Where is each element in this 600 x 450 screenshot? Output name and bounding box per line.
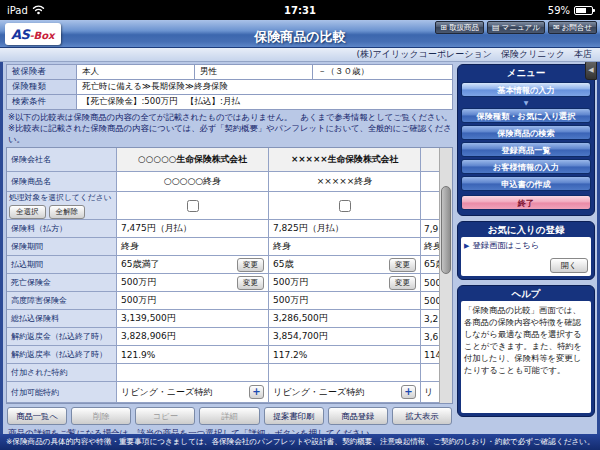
manual-button[interactable]: ▤ マニュアル <box>487 21 545 34</box>
sidebar-collapse-handle[interactable]: ◀ <box>585 62 597 80</box>
store-name: (株)アイリックコーポレーション 保険クリニック 本店 <box>357 48 592 61</box>
detail-button[interactable]: 詳細 <box>199 407 259 425</box>
row-label: 付加された特約 <box>7 364 117 382</box>
table-value-cell-partial: 114 <box>421 346 439 364</box>
table-value-cell: 3,286,500円 <box>269 310 421 328</box>
row-label: 保険期間 <box>7 238 117 256</box>
table-value-cell: リビング・ニーズ特約 + <box>117 382 269 403</box>
toolbar: 商品一覧へ 削除 コピー 詳細 提案書印刷 商品登録 拡大表示 <box>7 407 452 425</box>
table-row-insurance-period: 保険期間 終身 終身 終身 <box>7 238 452 256</box>
table-value-cell: 65歳 変更 <box>269 256 421 274</box>
enlarge-view-button[interactable]: 拡大表示 <box>392 407 452 425</box>
logo-text-box: -Box <box>29 30 54 41</box>
table-value-cell: 500万円 変更 <box>269 274 421 292</box>
company-row-label: 保険会社名 <box>7 148 117 172</box>
table-value-cell-partial <box>421 364 439 382</box>
table-row-surrender-value: 解約返戻金（払込終了時） 3,828,906円 3,854,700円 3,6 <box>7 328 452 346</box>
page: iPad 17:31 59% AS-Box 保険商品の比較 ⊞ 取扱商品 ▤ マ… <box>0 0 600 450</box>
company-cell-3-partial <box>421 148 439 172</box>
table-value-cell-partial: 3,2 <box>421 310 439 328</box>
store-info-bar: (株)アイリックコーポレーション 保険クリニック 本店 <box>0 48 600 62</box>
ios-status-bar: iPad 17:31 59% <box>0 0 600 20</box>
info-row-search-conditions: 検索条件 【死亡保険金】:500万円 【払込】:月払 <box>7 95 453 110</box>
info-value-search-conditions: 【死亡保険金】:500万円 【払込】:月払 <box>77 95 453 110</box>
print-proposal-button[interactable]: 提案書印刷 <box>264 407 324 425</box>
menu-item-registered-products[interactable]: 登録商品一覧 <box>461 142 591 157</box>
menu-item-customer-info[interactable]: お客様情報の入力 <box>461 159 591 174</box>
help-panel-title: ヘルプ <box>461 286 591 301</box>
products-icon: ⊞ <box>440 24 447 32</box>
cell-text: リビング・ニーズ特約 <box>121 386 212 399</box>
table-scrollbar-thumb[interactable] <box>441 186 451 274</box>
comparison-table: 保険会社名 ○○○○○生命保険株式会社 ×××××生命保険株式会社 保険商品名 … <box>6 147 453 404</box>
device-label: iPad <box>7 5 28 16</box>
table-value-cell-partial: 500 <box>421 292 439 310</box>
product-2-checkbox[interactable] <box>339 200 351 212</box>
menu-item-insurance-type-favorites[interactable]: 保険種類・お気に入り選択 <box>461 108 591 123</box>
change-button[interactable]: 変更 <box>237 258 264 272</box>
clear-all-button[interactable]: 全解除 <box>49 205 86 219</box>
products-button-label: 取扱商品 <box>449 23 479 33</box>
table-scrollbar[interactable] <box>439 148 452 403</box>
clock: 17:31 <box>157 5 443 16</box>
help-panel: ヘルプ 「保険商品の比較」画面では、各商品の保険内容や特徴を確認しながら最適な商… <box>457 285 595 417</box>
notice-text: ※以下の比較表は保険商品の内容の全てが記載されたものではありません。 あくまで参… <box>8 112 453 145</box>
menu-item-exit[interactable]: 終了 <box>461 195 591 210</box>
delete-button[interactable]: 削除 <box>71 407 131 425</box>
menu-panel-title: メニュー <box>461 65 591 80</box>
change-button[interactable]: 変更 <box>237 276 264 290</box>
row-label: 高度障害保険金 <box>7 292 117 310</box>
cell-text: 500万円 <box>121 276 156 289</box>
register-product-button[interactable]: 商品登録 <box>328 407 388 425</box>
table-row-disability-benefit: 高度障害保険金 500万円 500万円 500 <box>7 292 452 310</box>
select-all-button[interactable]: 全選択 <box>9 205 46 219</box>
change-button[interactable]: 変更 <box>389 276 416 290</box>
table-row-premium: 保険料（払方） 7,475円（月払） 7,825円（月払） 7,9 <box>7 220 452 238</box>
row-label: 付加可能特約 <box>7 382 117 403</box>
row-label: 解約返戻金（払込終了時） <box>7 328 117 346</box>
insured-info-table: 被保険者 本人 男性 －（３０歳） 保険種類 死亡時に備える≫長期保険≫終身保険… <box>6 64 453 110</box>
add-rider-button[interactable]: + <box>401 385 416 399</box>
table-value-cell: 終身 <box>269 238 421 256</box>
table-value-cell: 121.9% <box>117 346 269 364</box>
menu-item-basic-info[interactable]: 基本情報の入力 <box>461 82 591 97</box>
product-list-button[interactable]: 商品一覧へ <box>7 407 67 425</box>
table-value-cell: 117.2% <box>269 346 421 364</box>
table-value-cell: 500万円 <box>117 292 269 310</box>
add-rider-button[interactable]: + <box>249 385 264 399</box>
row-label: 総払込保険料 <box>7 310 117 328</box>
table-row-death-benefit: 死亡保険金 500万円 変更 500万円 変更 500 <box>7 274 452 292</box>
manual-button-label: マニュアル <box>502 23 540 33</box>
table-value-cell: リビング・ニーズ特約 + <box>269 382 421 403</box>
cell-text: 65歳 <box>273 258 293 271</box>
info-value-insurance-type: 死亡時に備える≫長期保険≫終身保険 <box>77 80 453 95</box>
select-instruction: 処理対象を選択してください <box>9 192 112 203</box>
copy-button[interactable]: コピー <box>135 407 195 425</box>
table-value-cell-partial: 3,6 <box>421 328 439 346</box>
change-button[interactable]: 変更 <box>389 258 416 272</box>
table-value-cell-partial: 500 <box>421 274 439 292</box>
open-button[interactable]: 開く <box>550 258 588 273</box>
table-value-cell-partial: 65歳 <box>421 256 439 274</box>
favorites-register-link[interactable]: 登録画面はこちら <box>472 240 539 251</box>
help-text: 「保険商品の比較」画面では、各商品の保険内容や特徴を確認しながら最適な商品を選択… <box>461 301 591 413</box>
product-1-checkbox[interactable] <box>187 200 199 212</box>
table-value-cell-partial: 7,9 <box>421 220 439 238</box>
table-value-cell: 65歳満了 変更 <box>117 256 269 274</box>
menu-item-application-form[interactable]: 申込書の作成 <box>461 176 591 191</box>
info-label-insured: 被保険者 <box>7 65 77 80</box>
product-row-label: 保険商品名 <box>7 172 117 192</box>
table-row-attached-riders: 付加された特約 <box>7 364 452 382</box>
product-cell-3-partial <box>421 172 439 192</box>
menu-item-product-search[interactable]: 保険商品の検索 <box>461 125 591 140</box>
select-cell-1 <box>117 192 269 220</box>
contact-button[interactable]: ✉ お問合せ <box>548 21 597 34</box>
select-cell-3-partial <box>421 192 439 220</box>
products-button[interactable]: ⊞ 取扱商品 <box>435 21 484 34</box>
sidebar: ◀ メニュー 基本情報の入力 ▼ 保険種類・お気に入り選択 保険商品の検索 登録… <box>457 64 595 434</box>
info-value-relation: 本人 <box>77 65 195 80</box>
table-value-cell: 終身 <box>117 238 269 256</box>
table-value-cell: 3,854,700円 <box>269 328 421 346</box>
notice-line-1: ※以下の比較表は保険商品の内容の全てが記載されたものではありません。 あくまで参… <box>8 112 453 123</box>
select-cell-2 <box>269 192 421 220</box>
